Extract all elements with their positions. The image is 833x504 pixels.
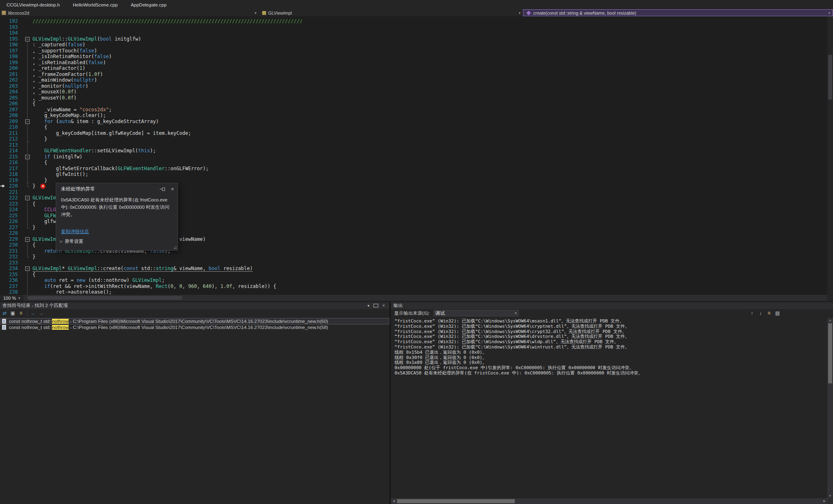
breakpoint-margin[interactable] (0, 24, 6, 30)
float-window-icon[interactable] (373, 304, 378, 307)
breakpoint-margin[interactable] (0, 283, 6, 290)
scrollbar-thumb[interactable] (28, 296, 182, 300)
tab-appdelegate[interactable]: AppDelegate.cpp (124, 0, 173, 9)
resize-grip[interactable] (173, 245, 176, 249)
breakpoint-margin[interactable] (0, 65, 6, 71)
type-dropdown[interactable]: GLViewImpl ▾ (259, 9, 523, 16)
code-line[interactable]: 193 (0, 24, 827, 30)
exception-error-icon[interactable]: × (40, 184, 46, 189)
code-line[interactable]: 213 (0, 142, 827, 148)
breakpoint-margin[interactable] (0, 95, 6, 101)
breakpoint-margin[interactable] (0, 89, 6, 95)
code-line[interactable]: 217 glfwSetErrorCallback(GLFWEventHandle… (0, 166, 827, 172)
breakpoint-margin[interactable] (0, 183, 6, 189)
code-area[interactable]: 192/////////////////////////////////////… (0, 18, 827, 295)
collapse-box-icon[interactable] (25, 196, 30, 200)
code-line[interactable]: 206{ (0, 101, 827, 107)
breakpoint-margin[interactable] (0, 254, 6, 260)
breakpoint-margin[interactable] (0, 112, 6, 119)
collapse-box-icon[interactable] (25, 37, 30, 41)
window-position-icon[interactable]: ▾ (365, 303, 371, 308)
breakpoint-margin[interactable] (0, 207, 6, 213)
breakpoint-margin[interactable] (0, 166, 6, 172)
breakpoint-margin[interactable] (0, 83, 6, 89)
breakpoint-margin[interactable] (0, 136, 6, 142)
clear-all-icon[interactable]: ≡ (766, 310, 772, 316)
breakpoint-margin[interactable] (0, 48, 6, 54)
breakpoint-margin[interactable] (0, 218, 6, 225)
output-horizontal-scrollbar[interactable]: ◀ ▶ (391, 498, 827, 504)
breakpoint-margin[interactable] (0, 201, 6, 207)
exception-settings-expander[interactable]: ▷ 异常设置 (60, 238, 178, 244)
breakpoint-margin[interactable] (0, 148, 6, 154)
breakpoint-margin[interactable] (0, 266, 6, 272)
scroll-right-arrow[interactable]: ▶ (822, 498, 827, 504)
breakpoint-margin[interactable] (0, 77, 6, 83)
code-line[interactable]: 216 { (0, 160, 827, 166)
breakpoint-margin[interactable] (0, 225, 6, 231)
code-line[interactable]: 196: _captured(false) (0, 42, 827, 48)
code-line[interactable]: 201, _frameZoomFactor(1.0f) (0, 71, 827, 78)
breakpoint-margin[interactable] (0, 213, 6, 219)
tab-helloworldscene[interactable]: HelloWorldScene.cpp (66, 0, 124, 9)
code-line[interactable]: 212 } (0, 136, 827, 142)
breakpoint-margin[interactable] (0, 277, 6, 283)
member-dropdown[interactable]: create(const std::string & viewName, boo… (523, 9, 833, 16)
code-line[interactable]: 195GLViewImpl::GLViewImpl(bool initglfw) (0, 36, 827, 42)
tab-ccglviewimpl-desktop[interactable]: CCGLViewImpl-desktop.h (0, 0, 66, 9)
collapse-box-icon[interactable] (25, 119, 30, 124)
code-line[interactable]: 235{ (0, 272, 827, 278)
code-line[interactable]: 198, _isInRetinaMonitor(false) (0, 54, 827, 60)
code-line[interactable]: 200, _retinaFactor(1) (0, 65, 827, 71)
code-line[interactable]: 207 _viewName = "cocos2dx"; (0, 107, 827, 113)
breakpoint-margin[interactable] (0, 272, 6, 278)
breakpoint-margin[interactable] (0, 242, 6, 248)
scroll-up-arrow[interactable]: ▲ (827, 318, 833, 323)
breakpoint-margin[interactable] (0, 124, 6, 130)
code-line[interactable]: 234GLViewImpl* GLViewImpl::create(const … (0, 266, 827, 272)
code-line[interactable]: 204, _mouseX(0.0f) (0, 89, 827, 95)
breakpoint-margin[interactable] (0, 18, 6, 24)
clear-results-icon[interactable]: ≡ (17, 310, 24, 316)
collapse-box-icon[interactable] (25, 237, 30, 242)
breakpoint-margin[interactable] (0, 119, 6, 125)
copy-details-link[interactable]: 复制详细信息 (61, 229, 178, 235)
code-line[interactable]: 199, _isRetinaEnabled(false) (0, 60, 827, 66)
prev-message-icon[interactable]: ↑ (748, 310, 755, 316)
editor-vertical-scrollbar[interactable] (827, 16, 833, 295)
find-results-list[interactable]: const nothrow_t std::nothrow - C:\Progra… (0, 318, 389, 503)
breakpoint-margin[interactable] (0, 42, 6, 48)
code-line[interactable]: 237 if(ret && ret->initWithRect(viewName… (0, 283, 827, 290)
code-line[interactable]: 215 if (initglfw) (0, 154, 827, 160)
breakpoint-margin[interactable] (0, 60, 6, 66)
scroll-left-arrow[interactable]: ◀ (391, 498, 397, 504)
next-message-icon[interactable]: ↓ (757, 310, 764, 316)
breakpoint-margin[interactable] (0, 260, 6, 266)
breakpoint-margin[interactable] (0, 248, 6, 254)
editor-horizontal-scrollbar[interactable] (24, 295, 827, 301)
code-line[interactable]: 208 g_keyCodeMap.clear(); (0, 112, 827, 119)
collapse-box-icon[interactable] (25, 266, 30, 271)
code-line[interactable]: 205, _mouseY(0.0f) (0, 95, 827, 101)
code-editor[interactable]: 192/////////////////////////////////////… (0, 16, 833, 295)
breakpoint-margin[interactable] (0, 160, 6, 166)
breakpoint-margin[interactable] (0, 101, 6, 107)
result-row[interactable]: const nothrow_t std::nothrow - C:\Progra… (0, 324, 389, 331)
breakpoint-margin[interactable] (0, 195, 6, 201)
scrollbar-thumb[interactable] (397, 499, 515, 503)
breakpoint-margin[interactable] (0, 154, 6, 160)
code-line[interactable]: 218 glfwInit(); (0, 171, 827, 177)
forward-icon[interactable]: → (38, 310, 45, 316)
new-search-icon[interactable]: ⇄ (1, 310, 8, 316)
breakpoint-margin[interactable] (0, 177, 6, 184)
code-line[interactable]: 238 ret->autorelease(); (0, 289, 827, 295)
code-line[interactable]: 203, _monitor(nullptr) (0, 83, 827, 89)
breakpoint-margin[interactable] (0, 289, 6, 295)
back-icon[interactable]: ← (30, 310, 37, 316)
code-line[interactable]: 214 GLFWEventHandler::setGLViewImpl(this… (0, 148, 827, 154)
code-line[interactable]: 236 auto ret = new (std::nothrow) GLView… (0, 277, 827, 283)
copy-results-icon[interactable]: ▣ (9, 310, 16, 316)
breakpoint-margin[interactable] (0, 71, 6, 78)
code-line[interactable]: 197, _supportTouch(false) (0, 48, 827, 54)
breakpoint-margin[interactable] (0, 189, 6, 195)
